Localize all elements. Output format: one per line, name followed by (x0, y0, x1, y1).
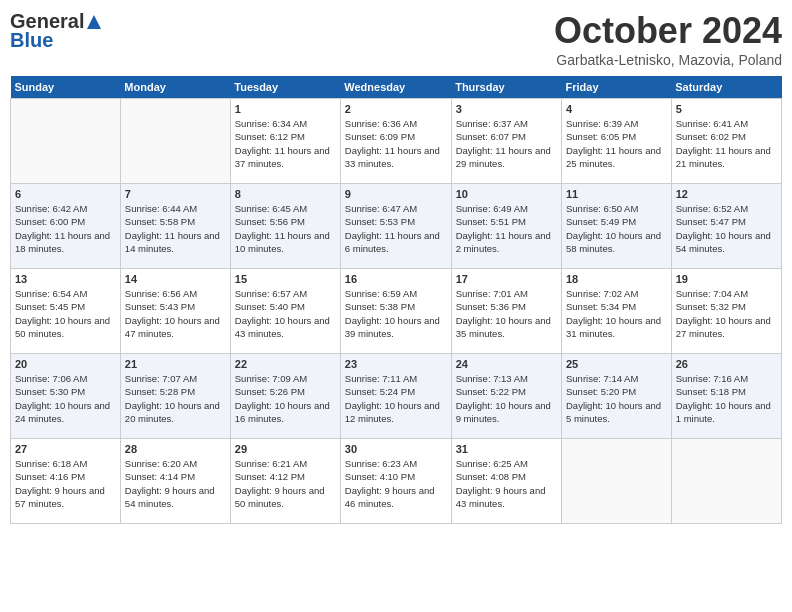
day-info: Sunrise: 7:14 AMSunset: 5:20 PMDaylight:… (566, 372, 667, 425)
day-number: 27 (15, 443, 116, 455)
day-cell: 23Sunrise: 7:11 AMSunset: 5:24 PMDayligh… (340, 354, 451, 439)
day-info: Sunrise: 6:23 AMSunset: 4:10 PMDaylight:… (345, 457, 447, 510)
day-cell: 10Sunrise: 6:49 AMSunset: 5:51 PMDayligh… (451, 184, 561, 269)
day-number: 23 (345, 358, 447, 370)
location: Garbatka-Letnisko, Mazovia, Poland (554, 52, 782, 68)
day-info: Sunrise: 6:52 AMSunset: 5:47 PMDaylight:… (676, 202, 777, 255)
day-cell: 13Sunrise: 6:54 AMSunset: 5:45 PMDayligh… (11, 269, 121, 354)
day-cell: 21Sunrise: 7:07 AMSunset: 5:28 PMDayligh… (120, 354, 230, 439)
day-info: Sunrise: 6:36 AMSunset: 6:09 PMDaylight:… (345, 117, 447, 170)
day-cell: 2Sunrise: 6:36 AMSunset: 6:09 PMDaylight… (340, 99, 451, 184)
day-cell: 31Sunrise: 6:25 AMSunset: 4:08 PMDayligh… (451, 439, 561, 524)
day-number: 19 (676, 273, 777, 285)
day-cell: 18Sunrise: 7:02 AMSunset: 5:34 PMDayligh… (561, 269, 671, 354)
day-number: 14 (125, 273, 226, 285)
day-number: 3 (456, 103, 557, 115)
col-header-wednesday: Wednesday (340, 76, 451, 99)
day-cell: 6Sunrise: 6:42 AMSunset: 6:00 PMDaylight… (11, 184, 121, 269)
header-row: SundayMondayTuesdayWednesdayThursdayFrid… (11, 76, 782, 99)
day-number: 12 (676, 188, 777, 200)
day-cell: 25Sunrise: 7:14 AMSunset: 5:20 PMDayligh… (561, 354, 671, 439)
col-header-monday: Monday (120, 76, 230, 99)
week-row-5: 27Sunrise: 6:18 AMSunset: 4:16 PMDayligh… (11, 439, 782, 524)
day-info: Sunrise: 6:54 AMSunset: 5:45 PMDaylight:… (15, 287, 116, 340)
day-info: Sunrise: 7:09 AMSunset: 5:26 PMDaylight:… (235, 372, 336, 425)
day-info: Sunrise: 7:16 AMSunset: 5:18 PMDaylight:… (676, 372, 777, 425)
week-row-2: 6Sunrise: 6:42 AMSunset: 6:00 PMDaylight… (11, 184, 782, 269)
day-number: 30 (345, 443, 447, 455)
day-number: 4 (566, 103, 667, 115)
logo: General Blue (10, 10, 103, 52)
day-cell: 8Sunrise: 6:45 AMSunset: 5:56 PMDaylight… (230, 184, 340, 269)
day-number: 24 (456, 358, 557, 370)
day-info: Sunrise: 6:37 AMSunset: 6:07 PMDaylight:… (456, 117, 557, 170)
day-info: Sunrise: 7:13 AMSunset: 5:22 PMDaylight:… (456, 372, 557, 425)
day-cell: 4Sunrise: 6:39 AMSunset: 6:05 PMDaylight… (561, 99, 671, 184)
day-info: Sunrise: 6:59 AMSunset: 5:38 PMDaylight:… (345, 287, 447, 340)
day-info: Sunrise: 6:25 AMSunset: 4:08 PMDaylight:… (456, 457, 557, 510)
day-cell (11, 99, 121, 184)
col-header-tuesday: Tuesday (230, 76, 340, 99)
col-header-thursday: Thursday (451, 76, 561, 99)
day-info: Sunrise: 7:06 AMSunset: 5:30 PMDaylight:… (15, 372, 116, 425)
day-number: 28 (125, 443, 226, 455)
day-cell: 29Sunrise: 6:21 AMSunset: 4:12 PMDayligh… (230, 439, 340, 524)
day-cell (120, 99, 230, 184)
day-info: Sunrise: 6:41 AMSunset: 6:02 PMDaylight:… (676, 117, 777, 170)
day-cell: 15Sunrise: 6:57 AMSunset: 5:40 PMDayligh… (230, 269, 340, 354)
day-info: Sunrise: 7:11 AMSunset: 5:24 PMDaylight:… (345, 372, 447, 425)
day-number: 10 (456, 188, 557, 200)
day-number: 13 (15, 273, 116, 285)
calendar-table: SundayMondayTuesdayWednesdayThursdayFrid… (10, 76, 782, 524)
day-cell: 9Sunrise: 6:47 AMSunset: 5:53 PMDaylight… (340, 184, 451, 269)
svg-marker-0 (87, 15, 101, 29)
day-number: 9 (345, 188, 447, 200)
day-cell: 22Sunrise: 7:09 AMSunset: 5:26 PMDayligh… (230, 354, 340, 439)
day-info: Sunrise: 6:34 AMSunset: 6:12 PMDaylight:… (235, 117, 336, 170)
title-section: October 2024 Garbatka-Letnisko, Mazovia,… (554, 10, 782, 68)
day-cell: 1Sunrise: 6:34 AMSunset: 6:12 PMDaylight… (230, 99, 340, 184)
week-row-1: 1Sunrise: 6:34 AMSunset: 6:12 PMDaylight… (11, 99, 782, 184)
logo-icon (85, 13, 103, 31)
day-cell: 19Sunrise: 7:04 AMSunset: 5:32 PMDayligh… (671, 269, 781, 354)
month-title: October 2024 (554, 10, 782, 52)
day-cell: 27Sunrise: 6:18 AMSunset: 4:16 PMDayligh… (11, 439, 121, 524)
day-info: Sunrise: 6:18 AMSunset: 4:16 PMDaylight:… (15, 457, 116, 510)
day-info: Sunrise: 6:57 AMSunset: 5:40 PMDaylight:… (235, 287, 336, 340)
day-cell (561, 439, 671, 524)
day-number: 26 (676, 358, 777, 370)
day-info: Sunrise: 6:45 AMSunset: 5:56 PMDaylight:… (235, 202, 336, 255)
day-number: 20 (15, 358, 116, 370)
day-number: 29 (235, 443, 336, 455)
day-cell (671, 439, 781, 524)
day-info: Sunrise: 6:50 AMSunset: 5:49 PMDaylight:… (566, 202, 667, 255)
day-number: 16 (345, 273, 447, 285)
day-info: Sunrise: 6:49 AMSunset: 5:51 PMDaylight:… (456, 202, 557, 255)
day-cell: 5Sunrise: 6:41 AMSunset: 6:02 PMDaylight… (671, 99, 781, 184)
day-number: 5 (676, 103, 777, 115)
day-info: Sunrise: 6:39 AMSunset: 6:05 PMDaylight:… (566, 117, 667, 170)
day-info: Sunrise: 7:07 AMSunset: 5:28 PMDaylight:… (125, 372, 226, 425)
day-info: Sunrise: 7:01 AMSunset: 5:36 PMDaylight:… (456, 287, 557, 340)
col-header-friday: Friday (561, 76, 671, 99)
day-info: Sunrise: 6:56 AMSunset: 5:43 PMDaylight:… (125, 287, 226, 340)
day-info: Sunrise: 6:47 AMSunset: 5:53 PMDaylight:… (345, 202, 447, 255)
day-cell: 14Sunrise: 6:56 AMSunset: 5:43 PMDayligh… (120, 269, 230, 354)
col-header-saturday: Saturday (671, 76, 781, 99)
week-row-4: 20Sunrise: 7:06 AMSunset: 5:30 PMDayligh… (11, 354, 782, 439)
day-cell: 28Sunrise: 6:20 AMSunset: 4:14 PMDayligh… (120, 439, 230, 524)
day-cell: 30Sunrise: 6:23 AMSunset: 4:10 PMDayligh… (340, 439, 451, 524)
day-number: 15 (235, 273, 336, 285)
day-cell: 26Sunrise: 7:16 AMSunset: 5:18 PMDayligh… (671, 354, 781, 439)
week-row-3: 13Sunrise: 6:54 AMSunset: 5:45 PMDayligh… (11, 269, 782, 354)
day-info: Sunrise: 6:20 AMSunset: 4:14 PMDaylight:… (125, 457, 226, 510)
day-number: 21 (125, 358, 226, 370)
day-cell: 7Sunrise: 6:44 AMSunset: 5:58 PMDaylight… (120, 184, 230, 269)
day-info: Sunrise: 7:04 AMSunset: 5:32 PMDaylight:… (676, 287, 777, 340)
day-number: 25 (566, 358, 667, 370)
page-header: General Blue October 2024 Garbatka-Letni… (10, 10, 782, 68)
day-cell: 17Sunrise: 7:01 AMSunset: 5:36 PMDayligh… (451, 269, 561, 354)
day-cell: 16Sunrise: 6:59 AMSunset: 5:38 PMDayligh… (340, 269, 451, 354)
day-info: Sunrise: 6:44 AMSunset: 5:58 PMDaylight:… (125, 202, 226, 255)
day-cell: 3Sunrise: 6:37 AMSunset: 6:07 PMDaylight… (451, 99, 561, 184)
